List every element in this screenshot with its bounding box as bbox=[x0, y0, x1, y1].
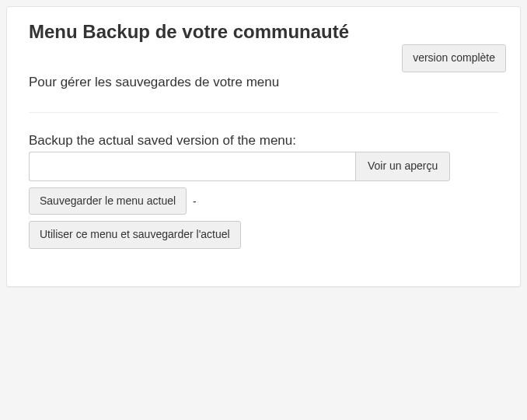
use-row: Utiliser ce menu et sauvegarder l'actuel bbox=[29, 221, 498, 249]
separator-dash: - bbox=[193, 195, 197, 208]
panel-menu-backup: Menu Backup de votre communauté version … bbox=[6, 6, 521, 287]
save-row: Sauvegarder le menu actuel - bbox=[29, 187, 498, 215]
backup-section-label: Backup the actual saved version of the m… bbox=[29, 133, 498, 149]
save-current-menu-button[interactable]: Sauvegarder le menu actuel bbox=[29, 187, 187, 215]
use-menu-and-save-button[interactable]: Utiliser ce menu et sauvegarder l'actuel bbox=[29, 221, 241, 249]
page-title: Menu Backup de votre communauté bbox=[29, 21, 498, 44]
divider bbox=[29, 112, 498, 113]
input-row: Voir un aperçu bbox=[29, 152, 498, 181]
backup-name-input[interactable] bbox=[29, 152, 355, 181]
version-complete-button[interactable]: version complète bbox=[402, 44, 506, 72]
description-text: Pour gérer les sauvegardes de votre menu bbox=[29, 75, 498, 90]
preview-button[interactable]: Voir un aperçu bbox=[355, 152, 450, 181]
header-row: Menu Backup de votre communauté version … bbox=[29, 21, 498, 44]
